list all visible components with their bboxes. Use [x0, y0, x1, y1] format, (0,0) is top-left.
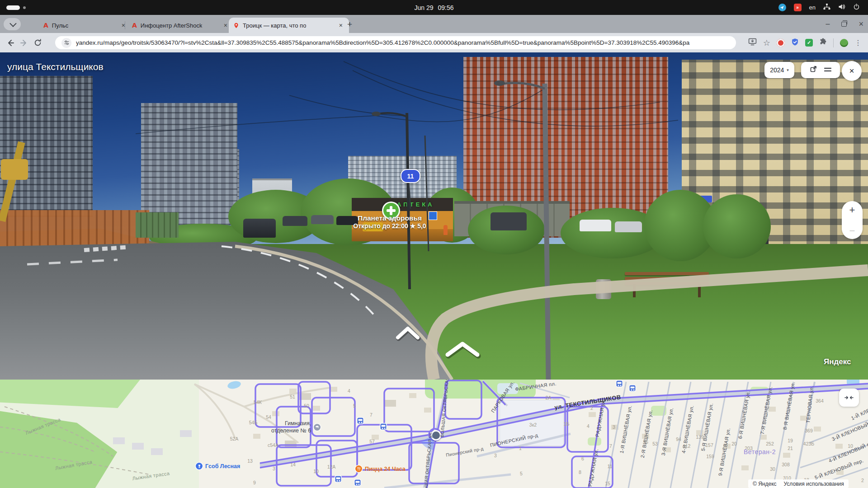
- map-building-number: 10: [848, 443, 853, 449]
- panorama-actions: [801, 62, 840, 78]
- back-button[interactable]: [4, 36, 17, 50]
- mini-map[interactable]: ул. ТЕКСТИЛЬЩИКОВФАБРИЧНАЯ пл.ПАРКОВАЯ у…: [0, 380, 868, 488]
- map-building-number: 11: [608, 464, 613, 469]
- gymnasium-line1: Гимназия,: [285, 420, 311, 427]
- check-extension-icon[interactable]: ✓: [805, 39, 813, 47]
- system-date: Jun 29: [414, 4, 433, 11]
- site-settings-icon[interactable]: [61, 38, 71, 48]
- poi-name[interactable]: Планета здоровья: [335, 214, 444, 222]
- year-selector[interactable]: 2024▾: [764, 62, 794, 78]
- map-building-number: 4: [587, 423, 590, 429]
- minimize-button[interactable]: –: [826, 20, 830, 28]
- install-icon[interactable]: [748, 38, 757, 47]
- map-building-number: 7: [609, 443, 612, 449]
- zoom-in-button[interactable]: +: [849, 206, 855, 215]
- lesnaya-label: Гсоб Лесная: [205, 463, 240, 469]
- reload-button[interactable]: [31, 36, 44, 50]
- adblock-extension-icon[interactable]: [777, 39, 785, 47]
- map-building-number: 252: [766, 441, 774, 446]
- map-building-number: 157: [705, 442, 713, 448]
- bus-stop-icon: [355, 480, 361, 486]
- collapse-map-button[interactable]: [839, 389, 859, 407]
- zoom-out-button[interactable]: −: [849, 227, 855, 235]
- window-close-button[interactable]: ×: [859, 19, 863, 29]
- map-poi-lesnaya[interactable]: Гсоб Лесная: [196, 463, 240, 469]
- map-poi-gymnasium[interactable]: Гимназия, отделение № 6: [271, 420, 326, 434]
- url-text[interactable]: yandex.ru/maps/geo/troitsk/53063470/?l=s…: [76, 39, 730, 46]
- tab-divider: [125, 21, 125, 29]
- shield-extension-icon[interactable]: [791, 38, 799, 48]
- map-building-number: 6: [581, 456, 584, 461]
- browser-menu-icon[interactable]: ⋮: [854, 38, 862, 47]
- copyright: © Яндекс: [753, 481, 777, 487]
- tab-search-button[interactable]: [4, 18, 21, 30]
- menu-icon[interactable]: [824, 66, 831, 74]
- tab-puls[interactable]: A Пульс ×: [39, 18, 132, 33]
- system-clock[interactable]: Jun 29 09:56: [0, 0, 868, 15]
- aftershock-favicon: A: [132, 22, 137, 29]
- forward-button[interactable]: [17, 36, 31, 50]
- map-building-number: 139: [696, 434, 704, 440]
- map-building-number: 94: [676, 436, 681, 442]
- map-building-number: 36: [643, 439, 648, 445]
- volume-icon[interactable]: [838, 4, 845, 12]
- browser-tab-bar: A Пульс × A Инфоцентр AfterShock × Троиц…: [0, 15, 868, 33]
- map-building-number: 159: [706, 454, 714, 459]
- browser-toolbar: yandex.ru/maps/geo/troitsk/53063470/?l=s…: [0, 33, 868, 52]
- map-building-number: 30: [770, 466, 775, 472]
- gymnasium-line2: отделение № 6: [271, 427, 311, 434]
- bookmark-star-icon[interactable]: ☆: [763, 38, 770, 48]
- map-building-number: 3: [494, 453, 497, 458]
- toolbar-icons: ☆ ✓ ⋮: [748, 33, 862, 52]
- close-panorama-button[interactable]: ×: [842, 61, 862, 81]
- new-tab-button[interactable]: +: [347, 19, 352, 29]
- keyboard-layout-indicator[interactable]: en: [809, 4, 816, 11]
- panorama-street-label: улица Текстильщиков: [7, 61, 104, 72]
- map-building-number: 52А: [230, 436, 239, 441]
- map-building-number: 12А: [327, 464, 336, 469]
- restore-button[interactable]: [841, 22, 847, 27]
- address-bar[interactable]: yandex.ru/maps/geo/troitsk/53063470/?l=s…: [55, 36, 736, 49]
- map-attribution: © Яндекс Условия использования: [748, 479, 849, 488]
- bus-stop-icon: [630, 385, 636, 391]
- telegram-icon[interactable]: [778, 4, 786, 11]
- poi-rating: 5,0: [417, 222, 426, 230]
- tab-close-button[interactable]: ×: [120, 22, 127, 29]
- tab-close-button[interactable]: ×: [222, 22, 229, 29]
- power-icon[interactable]: [853, 3, 860, 12]
- tab-title: Троицк — карта, что по: [243, 22, 306, 29]
- school-icon: [314, 424, 321, 431]
- map-building-number: 3к2: [529, 422, 537, 427]
- map-building-number: 14: [290, 462, 296, 467]
- app-icon[interactable]: »: [794, 4, 802, 11]
- map-building-number: с54А: [268, 442, 278, 448]
- terms-link[interactable]: Условия использования: [784, 481, 844, 487]
- map-poi-pizza[interactable]: Пицца 24 Часа: [355, 465, 406, 472]
- tab-close-button[interactable]: ×: [337, 22, 344, 29]
- poi-status: Открыто до 22:00 ★ 5,0: [335, 222, 444, 230]
- network-icon[interactable]: [823, 4, 830, 12]
- map-pin-icon: [233, 22, 239, 29]
- map-building-number: 1: [519, 446, 522, 451]
- share-icon[interactable]: [810, 66, 817, 75]
- system-time: 09:56: [438, 4, 454, 11]
- map-building-number: 9: [253, 480, 256, 485]
- map-building-number: 13: [247, 458, 253, 464]
- tab-title: Пульс: [52, 22, 68, 29]
- extensions-puzzle-icon[interactable]: [819, 38, 827, 47]
- street-panorama[interactable]: АПТЕКА: [0, 52, 868, 380]
- screen: Jun 29 09:56 » en A Пульс ×: [0, 0, 868, 488]
- profile-avatar[interactable]: [840, 39, 848, 47]
- route-number-sign: 11: [401, 169, 420, 183]
- map-building-number: 7: [370, 412, 373, 418]
- caret-down-icon: ▾: [787, 68, 789, 72]
- zoom-controls: + −: [842, 201, 863, 239]
- map-building-number: 54К: [254, 399, 262, 405]
- tab-infocentr[interactable]: A Инфоцентр AfterShock ×: [127, 18, 234, 33]
- map-building-number: 5: [520, 471, 523, 476]
- map-building-number: 2: [590, 405, 593, 411]
- map-building-number: 57: [369, 439, 375, 444]
- yandex-logo: Яндекс: [824, 357, 851, 366]
- system-tray: » en: [778, 0, 860, 15]
- tab-troitsk-active[interactable]: Троицк — карта, что по ×: [229, 18, 349, 33]
